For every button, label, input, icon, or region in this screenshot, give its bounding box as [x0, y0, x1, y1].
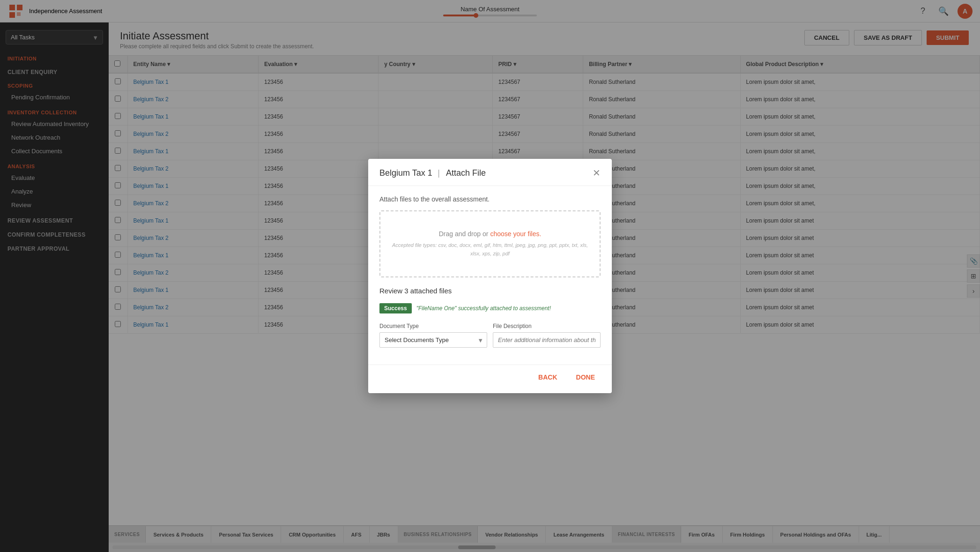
drop-zone-accepted: Accepted file types: csv, doc, docx, eml… — [390, 241, 590, 258]
document-type-select[interactable]: Select Documents Type Contract Invoice R… — [379, 332, 487, 348]
modal-separator: | — [438, 168, 442, 178]
document-type-group: Document Type Select Documents Type Cont… — [379, 323, 487, 348]
modal-overlay: Belgium Tax 1 | Attach File ✕ Attach fil… — [0, 0, 980, 552]
file-description-label: File Description — [493, 323, 601, 329]
back-button[interactable]: BACK — [533, 371, 563, 384]
file-description-group: File Description — [493, 323, 601, 348]
document-type-select-wrapper: Select Documents Type Contract Invoice R… — [379, 332, 487, 348]
modal-footer: BACK DONE — [368, 365, 612, 393]
file-form: Document Type Select Documents Type Cont… — [379, 323, 601, 348]
modal-header: Belgium Tax 1 | Attach File ✕ — [368, 159, 612, 186]
modal-title-group: Belgium Tax 1 | Attach File — [379, 168, 486, 178]
modal-close-icon[interactable]: ✕ — [593, 168, 601, 178]
modal-entity-name: Belgium Tax 1 — [379, 168, 432, 178]
success-badge: Success — [379, 303, 412, 313]
success-message: "FileName One" successfully attached to … — [416, 305, 551, 312]
document-type-label: Document Type — [379, 323, 487, 329]
success-banner: Success "FileName One" successfully atta… — [379, 300, 601, 316]
review-section-title: Review 3 attached files — [379, 287, 601, 295]
attach-file-modal: Belgium Tax 1 | Attach File ✕ Attach fil… — [368, 159, 612, 393]
drop-zone-text: Drag and drop or choose your files. — [390, 230, 590, 238]
file-description-input[interactable] — [493, 332, 601, 348]
modal-body: Attach files to the overall assessment. … — [368, 186, 612, 365]
done-button[interactable]: DONE — [571, 371, 601, 384]
modal-attach-file-title: Attach File — [446, 168, 486, 178]
choose-files-link[interactable]: choose your files. — [490, 230, 541, 238]
drop-zone[interactable]: Drag and drop or choose your files. Acce… — [379, 210, 601, 277]
modal-description: Attach files to the overall assessment. — [379, 195, 601, 203]
